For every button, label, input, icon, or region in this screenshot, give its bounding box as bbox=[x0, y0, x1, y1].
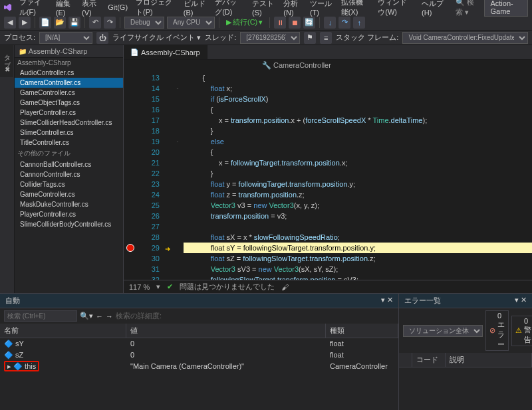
sidebar-item[interactable]: PlayerController.cs bbox=[15, 108, 123, 118]
flag-icon[interactable]: ⚑ bbox=[304, 32, 316, 44]
menu-file[interactable]: ファイル(F) bbox=[16, 0, 51, 19]
depth-label: 検索の詳細度: bbox=[116, 311, 162, 321]
step-out-icon[interactable]: ↑ bbox=[353, 17, 365, 29]
brush-icon[interactable]: 🖌 bbox=[281, 283, 289, 291]
editor-tab[interactable]: 📄 Assembly-CSharp bbox=[124, 45, 207, 59]
nav-back-icon[interactable]: ◀ bbox=[4, 17, 16, 29]
sidebar-item[interactable]: AudioController.cs bbox=[15, 68, 123, 78]
nav-fwd-icon[interactable]: ▶ bbox=[19, 17, 31, 29]
stop-icon[interactable]: ⏹ bbox=[289, 17, 301, 29]
error-count[interactable]: 0 エラー bbox=[485, 310, 509, 351]
error-scope-select[interactable]: ソリューション全体 bbox=[403, 325, 483, 337]
config-select[interactable]: Debug bbox=[124, 17, 164, 29]
menu-debug[interactable]: デバッグ(D) bbox=[211, 0, 247, 19]
group-assembly[interactable]: Assembly-CSharp bbox=[15, 58, 123, 68]
step-over-icon[interactable]: ↷ bbox=[338, 17, 350, 29]
thread-label: スレッド: bbox=[205, 33, 236, 43]
process-select[interactable]: [N/A] bbox=[39, 32, 92, 44]
sidebar-item[interactable]: CameraController.cs bbox=[15, 78, 123, 88]
autos-search-input[interactable] bbox=[4, 310, 77, 322]
sidebar-item[interactable]: GameController.cs bbox=[15, 88, 123, 98]
autos-row[interactable]: ▸ 🔷 this"Main Camera (CameraController)"… bbox=[0, 361, 398, 372]
menu-help[interactable]: ヘルプ(H) bbox=[418, 0, 449, 18]
solution-explorer: 📁 Assembly-CSharp Assembly-CSharp AudioC… bbox=[15, 45, 124, 293]
redo-icon[interactable]: ↷ bbox=[104, 17, 116, 29]
sidebar-item[interactable]: MaskDukeController.cs bbox=[15, 199, 123, 209]
autos-row[interactable]: 🔷 sZ0float bbox=[0, 350, 398, 361]
sidebar-item[interactable]: TitleController.cs bbox=[15, 138, 123, 148]
sidebar-item[interactable]: SlimeColliderHeadController.cs bbox=[15, 118, 123, 128]
step-into-icon[interactable]: ↓ bbox=[324, 17, 336, 29]
sidebar-item[interactable]: CannonController.cs bbox=[15, 169, 123, 179]
menubar: ファイル(F) 編集(E) 表示(V) Git(G) プロジェクト(P) ビルド… bbox=[0, 0, 532, 15]
menu-extensions[interactable]: 拡張機能(X) bbox=[338, 0, 373, 19]
autos-header[interactable]: 自動▾ ✕ bbox=[0, 294, 398, 308]
thread-select[interactable]: [2761928256] bbox=[240, 32, 300, 44]
editor-statusbar: 117 % ▾ ✔ 問題は見つかりませんでした 🖌 bbox=[124, 280, 532, 293]
platform-select[interactable]: Any CPU bbox=[167, 17, 215, 29]
search-icon[interactable]: 🔍▾ bbox=[80, 312, 93, 320]
autos-table-header: 名前 値 種類 bbox=[0, 324, 398, 338]
sidebar-item[interactable]: SlimeController.cs bbox=[15, 128, 123, 138]
menu-git[interactable]: Git(G) bbox=[104, 2, 131, 13]
sidebar-header: 📁 Assembly-CSharp bbox=[15, 45, 123, 58]
restart-icon[interactable]: 🔄 bbox=[303, 17, 315, 29]
menu-window[interactable]: ウィンドウ(W) bbox=[374, 0, 417, 19]
threads-icon[interactable]: ≡ bbox=[320, 32, 332, 44]
vs-logo-icon bbox=[4, 2, 12, 13]
project-box[interactable]: Action-Game bbox=[484, 0, 528, 17]
menu-build[interactable]: ビルド(B) bbox=[180, 0, 210, 18]
menu-analyze[interactable]: 分析(N) bbox=[280, 0, 305, 18]
sidebar-item[interactable]: GameController.cs bbox=[15, 189, 123, 199]
group-other[interactable]: その他のファイル bbox=[15, 148, 123, 159]
autos-row[interactable]: 🔷 sY0float bbox=[0, 338, 398, 350]
process-label: プロセス: bbox=[4, 33, 35, 43]
stackframe-label: スタック フレーム: bbox=[336, 33, 398, 43]
menu-view[interactable]: 表示(V) bbox=[78, 0, 103, 18]
autos-panel: 自動▾ ✕ 🔍▾ ←→ 検索の詳細度: 名前 値 種類 🔷 sY0float 🔷… bbox=[0, 294, 399, 410]
zoom-level[interactable]: 117 % bbox=[129, 283, 150, 291]
menu-tools[interactable]: ツール(T) bbox=[307, 0, 336, 18]
undo-icon[interactable]: ↶ bbox=[89, 17, 101, 29]
sidebar-item[interactable]: ColliderTags.cs bbox=[15, 179, 123, 189]
save-icon[interactable]: 💾 bbox=[68, 17, 80, 29]
code-area[interactable]: 1314151617181920212223242526272829➜30313… bbox=[124, 71, 532, 280]
lifecycle-label[interactable]: ライフサイクル イベント ▾ bbox=[112, 33, 201, 43]
menu-edit[interactable]: 編集(E) bbox=[53, 0, 77, 18]
error-list-panel: エラー一覧▾ ✕ ソリューション全体 0 エラー 0 警告 コード 説明 bbox=[399, 294, 532, 410]
new-icon[interactable]: 📄 bbox=[39, 17, 51, 29]
pause-icon[interactable]: ⏸ bbox=[274, 17, 286, 29]
sidebar-item[interactable]: PlayerController.cs bbox=[15, 209, 123, 219]
tab-vert[interactable]: タブ ✖ bbox=[0, 45, 13, 77]
errorlist-table-header: コード 説明 bbox=[399, 353, 532, 367]
sidebar-item[interactable]: GameObjectTags.cs bbox=[15, 98, 123, 108]
sidebar-item[interactable]: CannonBallController.cs bbox=[15, 159, 123, 169]
stackframe-select[interactable]: Void CameraController:FixedUpdate ()+0xI… bbox=[402, 32, 528, 44]
search-label[interactable]: 🔍 検索 ▾ bbox=[456, 0, 479, 17]
warning-count[interactable]: 0 警告 bbox=[511, 316, 532, 346]
debug-toolbar: プロセス: [N/A] ⏻ ライフサイクル イベント ▾ スレッド: [2761… bbox=[0, 31, 532, 45]
open-icon[interactable]: 📂 bbox=[54, 17, 66, 29]
sidebar-item[interactable]: SlimeColliderBodyController.cs bbox=[15, 219, 123, 229]
status-text: 問題は見つかりませんでした bbox=[180, 282, 275, 292]
lifecycle-icon[interactable]: ⏻ bbox=[96, 32, 108, 44]
ok-icon: ✔ bbox=[167, 282, 173, 291]
left-tab-strip: タブ ✖ bbox=[0, 45, 15, 293]
errorlist-header[interactable]: エラー一覧▾ ✕ bbox=[399, 294, 532, 308]
menu-test[interactable]: テスト(S) bbox=[249, 0, 279, 18]
code-editor: 📄 Assembly-CSharp 🔧 CameraController 131… bbox=[124, 45, 532, 293]
editor-breadcrumb[interactable]: 🔧 CameraController bbox=[124, 60, 532, 71]
continue-button[interactable]: ▶ 続行(C) ▾ bbox=[223, 17, 265, 27]
